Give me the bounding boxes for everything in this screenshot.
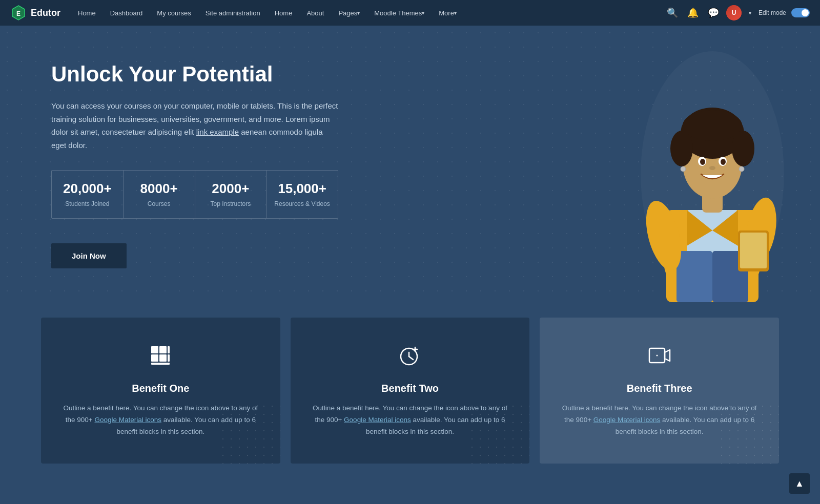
stat-courses-label: Courses (148, 200, 171, 207)
svg-rect-27 (151, 346, 158, 353)
user-menu-arrow[interactable]: ▾ (747, 8, 753, 18)
stat-instructors-label: Top Instructors (211, 200, 251, 207)
logo-icon: E (10, 5, 27, 21)
nav-home[interactable]: Home (71, 0, 103, 26)
nav-moodle-themes[interactable]: Moodle Themes (367, 0, 432, 26)
stat-instructors-number: 2000+ (201, 181, 260, 197)
logo[interactable]: E Edutor (10, 5, 60, 21)
nav-more[interactable]: More (432, 0, 464, 26)
clock-plus-icon (311, 343, 509, 372)
benefit-link-1[interactable]: Google Material icons (94, 416, 161, 424)
stat-students: 20,000+ Students Joined (52, 171, 124, 218)
hero-link[interactable]: link example (196, 128, 239, 136)
hero-description: You can access your courses on your comp… (51, 99, 338, 152)
svg-point-23 (721, 159, 726, 165)
benefit-desc-2: Outline a benefit here. You can change t… (311, 403, 509, 438)
nav-about[interactable]: About (299, 0, 331, 26)
svg-point-18 (732, 131, 754, 166)
edit-mode-toggle[interactable] (791, 8, 810, 17)
chat-icon[interactable]: 💬 (706, 5, 721, 20)
benefits-section: Benefit One Outline a benefit here. You … (0, 302, 820, 494)
benefit-card-3: Benefit Three Outline a benefit here. Yo… (540, 318, 779, 464)
benefit-title-2: Benefit Two (311, 383, 509, 394)
svg-marker-41 (665, 350, 670, 361)
stat-instructors: 2000+ Top Instructors (195, 171, 267, 218)
scroll-to-top-button[interactable]: ▲ (789, 473, 810, 494)
hero-section: Unlock Your Potential You can access you… (0, 26, 820, 302)
nav-dashboard[interactable]: Dashboard (103, 0, 150, 26)
edit-mode-label: Edit mode (758, 9, 786, 16)
hero-person-image (636, 46, 789, 302)
svg-rect-33 (151, 363, 170, 365)
benefit-title-1: Benefit One (61, 383, 260, 394)
benefit-link-2[interactable]: Google Material icons (344, 416, 411, 424)
benefit-card-1: Benefit One Outline a benefit here. You … (41, 318, 280, 464)
svg-rect-29 (168, 346, 170, 353)
stat-courses: 8000+ Courses (124, 171, 195, 218)
svg-point-19 (683, 110, 742, 141)
nav-links: Home Dashboard My courses Site administr… (71, 0, 665, 26)
svg-text:E: E (16, 10, 20, 17)
benefit-desc-1: Outline a benefit here. You can change t… (61, 403, 260, 438)
stat-students-number: 20,000+ (58, 181, 117, 197)
search-icon[interactable]: 🔍 (665, 5, 680, 20)
svg-rect-30 (151, 354, 158, 362)
stat-resources: 15,000+ Resources & Videos (266, 171, 338, 218)
stats-row: 20,000+ Students Joined 8000+ Courses 20… (51, 170, 338, 219)
nav-home2[interactable]: Home (268, 0, 300, 26)
svg-point-22 (700, 159, 705, 165)
stat-courses-number: 8000+ (130, 181, 189, 197)
bell-icon[interactable]: 🔔 (685, 5, 701, 20)
benefit-title-3: Benefit Three (560, 383, 758, 394)
nav-pages[interactable]: Pages (331, 0, 367, 26)
svg-point-24 (681, 166, 686, 172)
stat-resources-label: Resources & Videos (274, 200, 330, 207)
svg-point-17 (670, 131, 693, 166)
benefit-desc-3: Outline a benefit here. You can change t… (560, 403, 758, 438)
avatar[interactable]: U (726, 5, 742, 20)
svg-rect-32 (168, 354, 170, 362)
svg-point-42 (656, 355, 658, 356)
stat-resources-number: 15,000+ (273, 181, 332, 197)
grid-icon (61, 343, 260, 372)
svg-line-36 (409, 356, 413, 360)
svg-point-25 (739, 166, 744, 172)
nav-my-courses[interactable]: My courses (150, 0, 198, 26)
svg-rect-13 (740, 233, 767, 268)
logo-text: Edutor (31, 8, 60, 18)
nav-site-admin[interactable]: Site administration (198, 0, 268, 26)
navbar: E Edutor Home Dashboard My courses Site … (0, 0, 820, 26)
svg-rect-6 (676, 251, 712, 302)
video-icon (560, 343, 758, 372)
nav-right: 🔍 🔔 💬 U ▾ Edit mode (665, 5, 810, 20)
hero-content: Unlock Your Potential You can access you… (51, 61, 359, 268)
hero-title: Unlock Your Potential (51, 61, 359, 87)
stat-students-label: Students Joined (65, 200, 109, 207)
svg-rect-28 (159, 346, 167, 353)
svg-rect-31 (159, 354, 167, 362)
benefit-link-3[interactable]: Google Material icons (593, 416, 661, 424)
join-now-button[interactable]: Join Now (51, 243, 127, 268)
person-svg (636, 46, 789, 302)
svg-point-26 (709, 166, 715, 170)
benefit-card-2: Benefit Two Outline a benefit here. You … (291, 318, 530, 464)
